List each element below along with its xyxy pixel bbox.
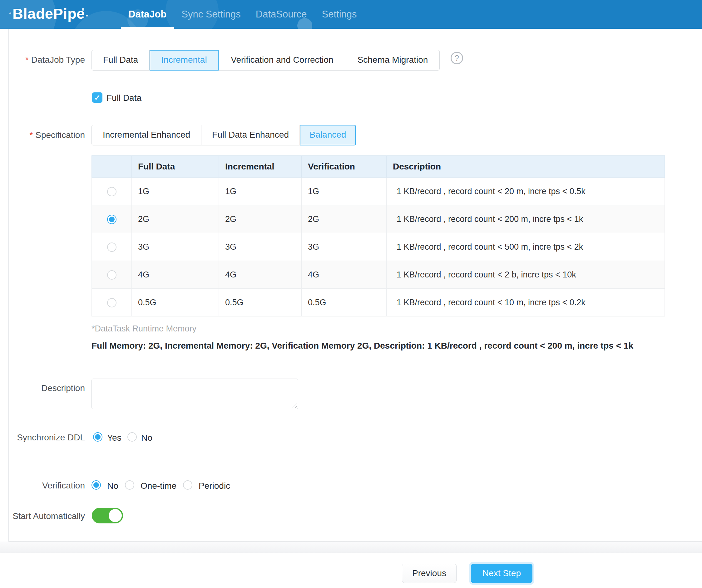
datatask-runtime-memory-note: *DataTask Runtime Memory xyxy=(92,324,197,334)
specification-option-full-data-enhanced[interactable]: Full Data Enhanced xyxy=(202,125,300,145)
cell-verification: 2G xyxy=(302,205,386,233)
nav-tab-sync-settings[interactable]: Sync Settings xyxy=(174,0,248,29)
spec-row-radio-selected[interactable] xyxy=(107,215,116,224)
header-radio-column xyxy=(92,156,132,178)
spec-table-row-05g[interactable]: 0.5G 0.5G 0.5G 1 KB/record , record coun… xyxy=(92,289,665,316)
top-navbar: BladePipe DataJob Sync Settings DataSour… xyxy=(0,0,702,29)
help-question-icon[interactable]: ? xyxy=(451,52,463,64)
verification-radio-no-label[interactable]: No xyxy=(107,481,118,491)
full-data-checkbox[interactable]: ✓ xyxy=(92,93,102,103)
description-textarea[interactable] xyxy=(92,379,298,409)
datajob-type-option-incremental[interactable]: Incremental xyxy=(149,50,219,70)
header-description: Description xyxy=(386,156,665,178)
datajob-create-page: BladePipe DataJob Sync Settings DataSour… xyxy=(0,0,702,588)
cell-full-data: 0.5G xyxy=(132,289,219,316)
full-data-checkbox-label[interactable]: Full Data xyxy=(107,93,141,103)
logo-particle-dot xyxy=(82,8,84,11)
verification-radio-periodic[interactable] xyxy=(183,480,192,490)
datajob-type-segmented-control: Full Data Incremental Verification and C… xyxy=(92,50,440,70)
nav-tabs: DataJob Sync Settings DataSource Setting… xyxy=(121,0,364,29)
cell-full-data: 2G xyxy=(132,205,219,233)
cell-incremental: 4G xyxy=(219,261,302,289)
logo-particle-dot xyxy=(86,15,88,17)
verification-radio-one-time-label[interactable]: One-time xyxy=(140,481,177,491)
spec-table-row-3g[interactable]: 3G 3G 3G 1 KB/record , record count < 50… xyxy=(92,233,665,261)
panel-left-border xyxy=(8,29,9,541)
cell-description: 1 KB/record , record count < 20 m, incre… xyxy=(386,178,665,205)
nav-tab-datajob[interactable]: DataJob xyxy=(121,0,174,29)
cell-incremental: 3G xyxy=(219,233,302,261)
start-automatically-toggle[interactable] xyxy=(92,508,123,524)
specification-segmented-control: Incremental Enhanced Full Data Enhanced … xyxy=(92,125,356,145)
header-verification: Verification xyxy=(302,156,386,178)
toggle-knob xyxy=(109,509,122,522)
previous-button[interactable]: Previous xyxy=(402,564,457,583)
spec-table-row-2g[interactable]: 2G 2G 2G 1 KB/record , record count < 20… xyxy=(92,205,665,233)
sync-ddl-radio-no-label[interactable]: No xyxy=(141,433,152,443)
verification-radio-one-time[interactable] xyxy=(125,480,134,490)
selected-spec-summary: Full Memory: 2G, Incremental Memory: 2G,… xyxy=(92,341,633,351)
cell-verification: 4G xyxy=(302,261,386,289)
description-label: Description xyxy=(9,383,85,393)
cell-verification: 3G xyxy=(302,233,386,261)
cell-description: 1 KB/record , record count < 10 m, incre… xyxy=(386,289,665,316)
specification-label: Specification xyxy=(9,130,85,140)
sync-ddl-radio-no[interactable] xyxy=(127,432,137,442)
bladepipe-logo: BladePipe xyxy=(12,0,85,29)
cell-verification: 1G xyxy=(302,178,386,205)
cell-full-data: 4G xyxy=(132,261,219,289)
spec-row-radio[interactable] xyxy=(107,298,116,307)
sync-ddl-radio-yes-label[interactable]: Yes xyxy=(107,433,121,443)
specification-option-balanced[interactable]: Balanced xyxy=(300,125,356,145)
header-incremental: Incremental xyxy=(219,156,302,178)
spec-table-row-1g[interactable]: 1G 1G 1G 1 KB/record , record count < 20… xyxy=(92,178,665,205)
start-automatically-label: Start Automatically xyxy=(9,511,85,521)
next-step-button[interactable]: Next Step xyxy=(471,564,533,583)
datajob-type-option-full-data[interactable]: Full Data xyxy=(92,50,149,70)
cell-incremental: 2G xyxy=(219,205,302,233)
datajob-type-option-verification-and-correction[interactable]: Verification and Correction xyxy=(219,50,346,70)
panel-top-divider xyxy=(8,36,702,36)
verification-label: Verification xyxy=(9,481,85,491)
nav-tab-datasource[interactable]: DataSource xyxy=(248,0,315,29)
datajob-type-option-schema-migration[interactable]: Schema Migration xyxy=(346,50,440,70)
synchronize-ddl-label: Synchronize DDL xyxy=(9,433,85,443)
cell-description: 1 KB/record , record count < 500 m, incr… xyxy=(386,233,665,261)
cell-full-data: 3G xyxy=(132,233,219,261)
specification-table: Full Data Incremental Verification Descr… xyxy=(92,155,665,316)
logo-particle-dot xyxy=(9,12,11,14)
spec-row-radio[interactable] xyxy=(107,187,116,196)
sync-ddl-radio-yes[interactable] xyxy=(93,432,102,442)
verification-radio-periodic-label[interactable]: Periodic xyxy=(199,481,230,491)
spec-row-radio[interactable] xyxy=(107,243,116,252)
cell-verification: 0.5G xyxy=(302,289,386,316)
header-full-data: Full Data xyxy=(132,156,219,178)
cell-description: 1 KB/record , record count < 2 b, incre … xyxy=(386,261,665,289)
panel-bottom-shadow xyxy=(0,542,702,553)
cell-description: 1 KB/record , record count < 200 m, incr… xyxy=(386,205,665,233)
specification-option-incremental-enhanced[interactable]: Incremental Enhanced xyxy=(92,125,202,145)
datajob-type-label: DataJob Type xyxy=(9,55,85,65)
cell-incremental: 1G xyxy=(219,178,302,205)
spec-table-row-4g[interactable]: 4G 4G 4G 1 KB/record , record count < 2 … xyxy=(92,261,665,289)
spec-row-radio[interactable] xyxy=(107,270,116,280)
cell-incremental: 0.5G xyxy=(219,289,302,316)
specification-table-header-row: Full Data Incremental Verification Descr… xyxy=(92,156,665,178)
nav-tab-settings[interactable]: Settings xyxy=(315,0,364,29)
verification-radio-no[interactable] xyxy=(92,480,101,490)
cell-full-data: 1G xyxy=(132,178,219,205)
